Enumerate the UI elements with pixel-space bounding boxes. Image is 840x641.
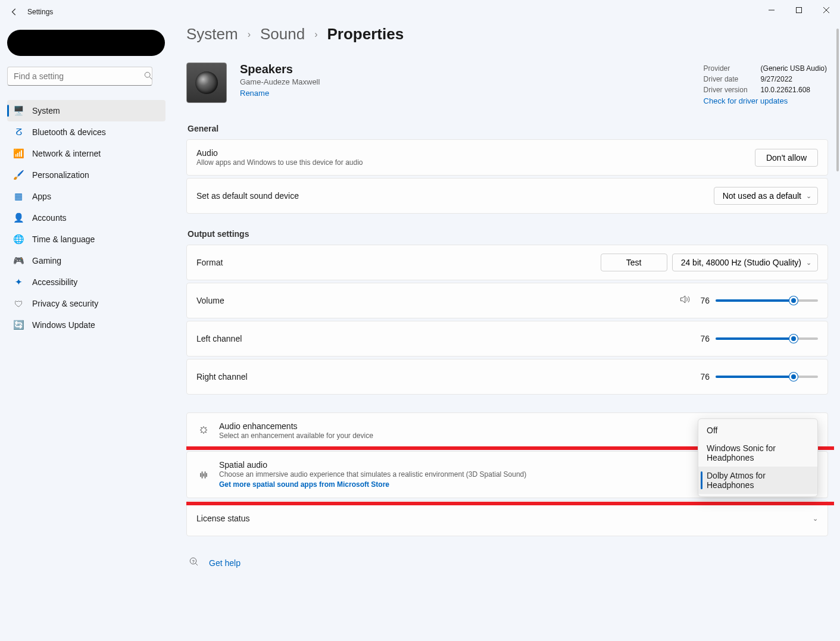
- svg-rect-1: [797, 8, 802, 13]
- breadcrumb-sound[interactable]: Sound: [260, 25, 305, 43]
- right-channel-card: Right channel 76: [186, 359, 828, 395]
- volume-slider[interactable]: [716, 299, 818, 302]
- nav-icon: 👤: [13, 212, 24, 223]
- volume-title: Volume: [196, 296, 679, 305]
- maximize-button[interactable]: [785, 0, 813, 20]
- help-icon: ?: [189, 556, 199, 570]
- nav-label: Time & language: [32, 234, 95, 244]
- audio-allow-sub: Allow apps and Windows to use this devic…: [196, 158, 755, 167]
- license-title: License status: [196, 514, 813, 523]
- sidebar-item-apps[interactable]: ▦Apps: [7, 186, 165, 207]
- audio-allow-title: Audio: [196, 148, 755, 158]
- left-channel-title: Left channel: [196, 334, 697, 343]
- device-subname: Game-Audeze Maxwell: [240, 77, 320, 86]
- dont-allow-button[interactable]: Don't allow: [755, 149, 818, 167]
- left-channel-value: 76: [697, 334, 710, 343]
- chevron-down-icon: ⌄: [813, 515, 818, 523]
- section-output: Output settings: [188, 229, 828, 239]
- volume-value: 76: [697, 296, 710, 305]
- breadcrumb-system[interactable]: System: [186, 25, 238, 43]
- minimize-button[interactable]: [758, 0, 785, 20]
- svg-line-5: [149, 77, 152, 79]
- nav-icon: ✦: [13, 277, 24, 287]
- nav-icon: 🖥️: [13, 105, 24, 116]
- right-channel-slider[interactable]: [716, 376, 818, 378]
- spatial-option[interactable]: Windows Sonic for Headphones: [698, 439, 817, 467]
- nav-label: Gaming: [32, 256, 61, 265]
- chevron-right-icon: ›: [314, 29, 317, 40]
- nav-label: System: [32, 106, 60, 115]
- chevron-down-icon: ⌄: [806, 259, 811, 267]
- license-status-card[interactable]: License status ⌄: [186, 501, 828, 536]
- chevron-right-icon: ›: [248, 29, 251, 40]
- nav-label: Network & internet: [32, 149, 101, 158]
- nav-icon: 📶: [13, 148, 24, 159]
- nav-label: Personalization: [32, 170, 89, 180]
- scrollbar[interactable]: [836, 29, 839, 171]
- sidebar-item-gaming[interactable]: 🎮Gaming: [7, 250, 165, 271]
- spatial-option[interactable]: Dolby Atmos for Headphones: [698, 467, 817, 494]
- nav-label: Apps: [32, 192, 51, 201]
- nav-icon: ⵒ: [13, 127, 24, 137]
- sidebar-item-personalization[interactable]: 🖌️Personalization: [7, 164, 165, 186]
- nav-icon: 🖌️: [13, 170, 24, 180]
- back-button[interactable]: [5, 2, 24, 21]
- spatial-audio-card[interactable]: Spatial audio Choose an immersive audio …: [186, 451, 828, 498]
- spatial-option[interactable]: Off: [698, 421, 817, 439]
- default-device-title: Set as default sound device: [196, 191, 714, 201]
- spatial-audio-dropdown: OffWindows Sonic for HeadphonesDolby Atm…: [698, 418, 818, 497]
- volume-card: Volume 76: [186, 283, 828, 318]
- left-channel-slider[interactable]: [716, 337, 818, 340]
- sidebar-item-privacy-security[interactable]: 🛡Privacy & security: [7, 293, 165, 314]
- check-updates-link[interactable]: Check for driver updates: [704, 96, 788, 105]
- section-general: General: [188, 124, 828, 133]
- nav-label: Windows Update: [32, 320, 95, 330]
- device-name: Speakers: [240, 62, 320, 76]
- right-channel-title: Right channel: [196, 372, 697, 382]
- sidebar-item-time-language[interactable]: 🌐Time & language: [7, 229, 165, 250]
- right-channel-value: 76: [697, 372, 710, 382]
- format-card: Format Test 24 bit, 48000 Hz (Studio Qua…: [186, 245, 828, 280]
- breadcrumb: System › Sound › Properties: [186, 25, 828, 43]
- format-select[interactable]: 24 bit, 48000 Hz (Studio Quality)⌄: [672, 254, 818, 271]
- speaker-device-icon: [186, 62, 227, 103]
- sidebar-item-accounts[interactable]: 👤Accounts: [7, 207, 165, 229]
- nav-label: Accounts: [32, 213, 67, 223]
- user-account-pill[interactable]: [7, 30, 165, 56]
- svg-point-4: [145, 72, 150, 77]
- search-input[interactable]: [7, 67, 152, 86]
- nav-icon: 🛡: [13, 299, 24, 309]
- sidebar-item-system[interactable]: 🖥️System: [7, 100, 165, 121]
- sidebar-item-bluetooth-devices[interactable]: ⵒBluetooth & devices: [7, 121, 165, 143]
- default-device-card: Set as default sound device Not used as …: [186, 178, 828, 214]
- format-title: Format: [196, 258, 601, 267]
- default-device-select[interactable]: Not used as a default⌄: [714, 187, 818, 205]
- sidebar-item-windows-update[interactable]: 🔄Windows Update: [7, 314, 165, 336]
- spatial-store-link[interactable]: Get more spatial sound apps from Microso…: [219, 480, 389, 489]
- window-title: Settings: [27, 8, 53, 16]
- chevron-down-icon: ⌄: [806, 192, 811, 200]
- nav-icon: 🌐: [13, 234, 24, 245]
- sidebar-item-network-internet[interactable]: 📶Network & internet: [7, 143, 165, 164]
- nav-icon: 🔄: [13, 320, 24, 330]
- volume-icon[interactable]: [679, 293, 691, 308]
- nav-label: Privacy & security: [32, 299, 98, 308]
- driver-info: Provider(Generic USB Audio) Driver date9…: [702, 62, 828, 107]
- svg-text:?: ?: [192, 559, 194, 564]
- search-icon: [144, 71, 152, 82]
- rename-link[interactable]: Rename: [240, 89, 269, 98]
- spatial-audio-icon: [196, 470, 211, 480]
- sidebar-item-accessibility[interactable]: ✦Accessibility: [7, 271, 165, 293]
- audio-allow-card: Audio Allow apps and Windows to use this…: [186, 139, 828, 176]
- nav-icon: 🎮: [13, 255, 24, 266]
- nav-icon: ▦: [13, 191, 24, 202]
- nav-label: Accessibility: [32, 277, 77, 287]
- nav-label: Bluetooth & devices: [32, 127, 106, 137]
- get-help-link[interactable]: Get help: [209, 558, 241, 568]
- enhancements-icon: [196, 426, 211, 436]
- page-title: Properties: [327, 25, 404, 43]
- close-button[interactable]: [813, 0, 840, 20]
- left-channel-card: Left channel 76: [186, 321, 828, 357]
- test-button[interactable]: Test: [601, 254, 667, 271]
